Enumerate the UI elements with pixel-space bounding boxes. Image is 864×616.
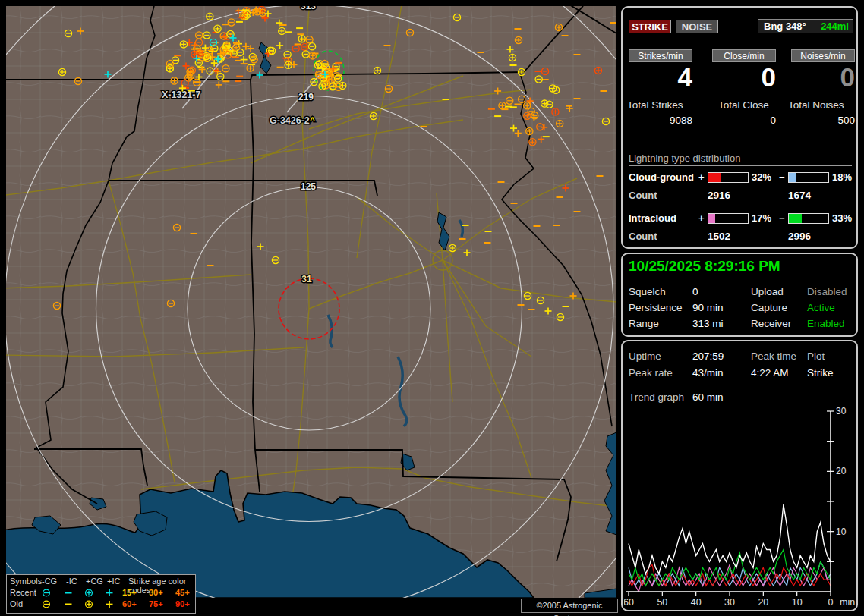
status-label-1: Squelch [629,286,666,297]
legend-symbol-glyphs [7,599,121,609]
neg-pct: 33% [832,212,852,224]
trend-series-Total [629,504,831,574]
distribution-count-row-0: Count29161674 [623,190,856,202]
pos-bar-fill [708,214,715,223]
map-symbol-legend: Symbols-CG-IC+CG+ICStrike age color code… [6,574,196,614]
total-value-0: 9088 [629,115,692,126]
count-label: Count [629,190,657,201]
neg-bar [788,172,829,183]
neg-bar [788,213,829,224]
session-row-1: Peak rate43/min4:22 AMStrike [623,367,856,381]
neg-count: 2996 [788,231,811,242]
legend-age-code: 75+ [149,599,163,608]
trend-y-tick-label: 30 [836,406,847,416]
trend-x-tick-label: 20 [758,597,768,607]
pos-bar [708,213,749,224]
session-cell-0-1: 207:59 [692,350,724,362]
distribution-row-label: Intracloud [629,212,676,224]
copyright-label: ©2005 Astrogenic Systems [521,599,618,613]
trend-x-tick-label: 0 [828,597,834,607]
status-label-1: Range [629,318,659,329]
session-cell-1-0: Peak rate [629,367,673,379]
lightning-app-window: X-1321-7G-3426-2^31321912531 Symbols-CG-… [0,0,864,616]
trend-x-tick-label: 30 [724,597,735,607]
distribution-count-row-1: Count15022996 [623,231,856,243]
rate-chip-2[interactable]: Noises/min [791,49,855,62]
legend-age-code: 45+ [175,588,190,597]
trend-graph: 1020306050403020100min [624,405,855,607]
datetime-display: 10/25/2025 8:29:16 PM [629,258,780,275]
map-canvas: X-1321-7G-3426-2^31321912531 [6,6,616,598]
rate-chip-0[interactable]: Strikes/min [629,49,692,62]
distribution-title: Lightning type distribution [629,152,740,164]
pos-count: 1502 [708,231,730,242]
strike-button[interactable]: STRIKE [629,20,671,33]
plus-sign: + [698,212,705,224]
legend-age-code: 60+ [122,599,137,608]
status-row-1: Persistence90 minCaptureActive [623,302,856,316]
legend-age-code: 90+ [175,599,190,608]
legend-header-1: -CG [42,577,57,586]
divider [629,165,852,166]
pos-pct: 17% [752,212,771,224]
legend-header-3: +CG [86,577,103,586]
status-label-2: Capture [751,302,787,313]
count-label: Count [629,231,657,242]
pos-bar-fill [708,173,721,182]
trend-graph-label: Trend graph [629,391,684,403]
rate-chip-1[interactable]: Close/min [712,49,776,62]
divider [629,278,852,278]
status-label-2: Receiver [751,318,791,329]
session-cell-0-0: Uptime [629,350,661,362]
legend-age-code: 30+ [149,588,163,597]
neg-pct: 18% [832,171,852,183]
pos-bar [708,172,749,183]
status-panel: 10/25/2025 8:29:16 PM Squelch0UploadDisa… [621,253,858,337]
plus-sign: + [698,171,705,183]
minus-sign: − [779,171,785,183]
ring-label-313: 313 [301,6,316,11]
bearing-indicator: Bng 348° 244mi [758,19,853,33]
status-value-1: 313 mi [692,318,724,329]
trend-x-unit-label: min [840,597,855,607]
neg-count: 1674 [788,190,811,201]
neg-bar-fill [789,214,802,223]
status-label-1: Persistence [629,302,683,313]
status-value-1: 0 [692,286,698,297]
legend-header-0: Symbols [10,577,42,586]
ring-label-125: 125 [301,181,316,192]
status-value-2: Enabled [807,318,845,329]
ring-label-219: 219 [298,92,314,102]
status-row-2: Range313 miReceiverEnabled [623,318,856,332]
status-value-2: Active [807,302,835,313]
total-label-2: Total Noises [788,99,844,111]
legend-symbols-row [7,599,121,609]
trend-config-row: Trend graph 60 min [623,391,856,405]
noise-button[interactable]: NOISE [676,20,718,33]
session-cell-1-3: Strike [807,367,834,379]
distribution-row-1: Intracloud+17%−33% [623,212,856,225]
legend-symbols-row [7,588,121,598]
bearing-range-value: 244mi [821,20,849,33]
status-row-0: Squelch0UploadDisabled [623,286,856,300]
session-panel: Uptime207:59Peak timePlotPeak rate43/min… [621,340,858,611]
total-value-1: 0 [712,115,776,126]
lightning-map[interactable]: X-1321-7G-3426-2^31321912531 [6,6,616,598]
rate-value-0: 4 [629,62,692,93]
trend-x-tick-label: 10 [792,597,803,607]
rate-value-2: 0 [791,62,855,93]
distribution-row-0: Cloud-ground+32%−18% [623,171,856,184]
bearing-value: Bng 348° [764,20,806,33]
total-label-1: Total Close [718,99,769,111]
status-value-2: Disabled [807,286,847,297]
total-value-2: 500 [791,115,855,126]
neg-bar-fill [789,173,796,182]
storm-tracker-label: G-3426-2^ [270,115,316,126]
trend-x-tick-label: 60 [624,597,634,607]
legend-age-code: 15+ [122,588,137,597]
counts-panel: STRIKE NOISE Bng 348° 244mi Strikes/min4… [621,6,858,249]
ring-label-31: 31 [301,274,312,284]
minus-sign: − [779,212,785,224]
distribution-row-label: Cloud-ground [629,171,694,183]
session-row-0: Uptime207:59Peak timePlot [623,350,856,364]
